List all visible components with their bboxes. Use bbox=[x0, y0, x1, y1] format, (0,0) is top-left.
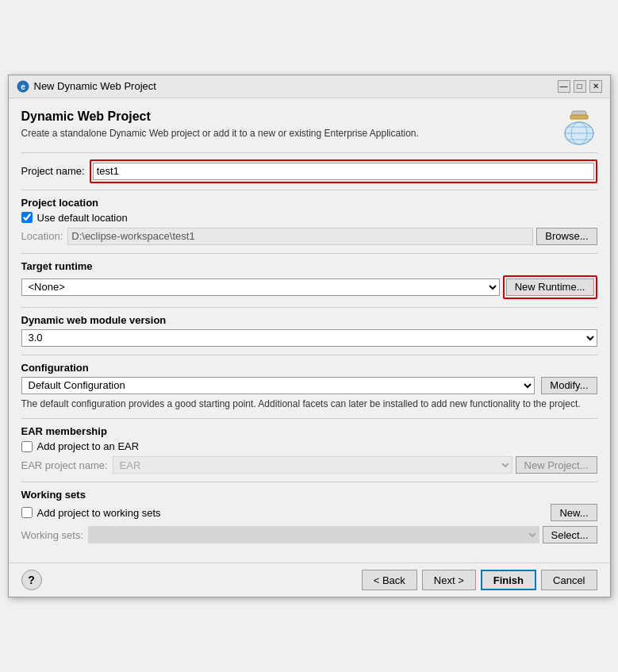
add-to-ear-checkbox[interactable] bbox=[21, 441, 33, 452]
project-name-highlight bbox=[90, 159, 597, 183]
finish-button[interactable]: Finish bbox=[481, 570, 536, 590]
dynamic-web-module-row: 3.0 bbox=[21, 329, 597, 347]
project-location-label: Project location bbox=[21, 197, 597, 209]
title-bar-left: e New Dynamic Web Project bbox=[17, 80, 156, 93]
close-button[interactable]: ✕ bbox=[589, 80, 602, 93]
section-separator-1 bbox=[21, 190, 597, 190]
project-name-row: Project name: bbox=[21, 159, 597, 183]
working-sets-row: Working sets: Select... bbox=[21, 526, 597, 543]
minimize-button[interactable]: — bbox=[558, 80, 570, 93]
select-working-set-button[interactable]: Select... bbox=[543, 526, 597, 543]
configuration-info: The default configuration provides a goo… bbox=[21, 397, 597, 411]
target-runtime-section: Target runtime <None> New Runtime... bbox=[21, 260, 597, 299]
new-project-button[interactable]: New Project... bbox=[516, 456, 597, 474]
section-separator-3 bbox=[21, 307, 597, 308]
dynamic-web-module-dropdown[interactable]: 3.0 bbox=[21, 329, 597, 347]
dynamic-web-module-section: Dynamic web module version 3.0 bbox=[21, 314, 597, 347]
working-sets-field-label: Working sets: bbox=[21, 529, 84, 541]
dialog-footer: ? < Back Next > Finish Cancel bbox=[9, 563, 610, 597]
configuration-section: Configuration Default Configuration Modi… bbox=[21, 362, 597, 411]
title-text: New Dynamic Web Project bbox=[34, 80, 156, 92]
add-to-working-sets-checkbox[interactable] bbox=[21, 507, 33, 518]
header-text: Dynamic Web Project Create a standalone … bbox=[21, 109, 561, 140]
ear-membership-section: EAR membership Add project to an EAR EAR… bbox=[21, 425, 597, 474]
header-title: Dynamic Web Project bbox=[21, 109, 561, 124]
use-default-location-label: Use default location bbox=[37, 212, 128, 224]
add-to-working-sets-row: Add project to working sets bbox=[21, 507, 161, 519]
target-runtime-label: Target runtime bbox=[21, 260, 597, 272]
help-button[interactable]: ? bbox=[21, 570, 42, 590]
section-separator-5 bbox=[21, 418, 597, 419]
maximize-button[interactable]: □ bbox=[574, 80, 586, 93]
project-name-input[interactable] bbox=[93, 163, 594, 180]
ear-project-label: EAR project name: bbox=[21, 459, 108, 471]
add-to-ear-label: Add project to an EAR bbox=[37, 440, 140, 452]
title-bar: e New Dynamic Web Project — □ ✕ bbox=[9, 75, 610, 98]
svg-rect-9 bbox=[570, 115, 588, 119]
use-default-location-row: Use default location bbox=[21, 212, 597, 224]
working-sets-header-row: Add project to working sets New... bbox=[21, 504, 597, 521]
ear-project-dropdown: EAR bbox=[113, 456, 512, 474]
header-section: Dynamic Web Project Create a standalone … bbox=[21, 109, 597, 146]
modify-button[interactable]: Modify... bbox=[541, 377, 597, 394]
dynamic-web-module-label: Dynamic web module version bbox=[21, 314, 597, 326]
title-controls: — □ ✕ bbox=[558, 80, 602, 93]
target-runtime-row: <None> New Runtime... bbox=[21, 275, 597, 299]
add-to-ear-row: Add project to an EAR bbox=[21, 440, 597, 452]
location-row: Location: Browse... bbox=[21, 228, 597, 245]
location-label: Location: bbox=[21, 230, 63, 242]
header-description: Create a standalone Dynamic Web project … bbox=[21, 127, 561, 140]
ear-membership-label: EAR membership bbox=[21, 425, 597, 437]
project-name-label: Project name: bbox=[21, 165, 85, 177]
next-button[interactable]: Next > bbox=[422, 570, 476, 590]
globe-icon bbox=[561, 109, 597, 146]
add-to-working-sets-label: Add project to working sets bbox=[37, 507, 161, 519]
new-runtime-highlight: New Runtime... bbox=[503, 275, 597, 299]
working-sets-dropdown bbox=[88, 526, 539, 543]
new-runtime-button[interactable]: New Runtime... bbox=[506, 278, 594, 296]
section-separator-2 bbox=[21, 253, 597, 254]
configuration-label: Configuration bbox=[21, 362, 597, 374]
new-working-set-button[interactable]: New... bbox=[551, 504, 597, 521]
target-runtime-dropdown[interactable]: <None> bbox=[21, 278, 500, 296]
section-separator-6 bbox=[21, 482, 597, 482]
svg-text:e: e bbox=[21, 83, 25, 91]
eclipse-icon: e bbox=[17, 80, 29, 93]
working-sets-section: Working sets Add project to working sets… bbox=[21, 489, 597, 543]
configuration-dropdown[interactable]: Default Configuration bbox=[21, 377, 535, 394]
browse-button[interactable]: Browse... bbox=[536, 228, 597, 245]
cancel-button[interactable]: Cancel bbox=[541, 570, 597, 590]
footer-buttons: < Back Next > Finish Cancel bbox=[362, 570, 597, 590]
dialog-window: e New Dynamic Web Project — □ ✕ Dynamic … bbox=[8, 75, 611, 598]
use-default-location-checkbox[interactable] bbox=[21, 212, 33, 223]
section-separator-4 bbox=[21, 355, 597, 355]
ear-project-row: EAR project name: EAR New Project... bbox=[21, 456, 597, 474]
project-location-section: Project location Use default location Lo… bbox=[21, 197, 597, 245]
header-separator bbox=[21, 152, 597, 153]
working-sets-label: Working sets bbox=[21, 489, 597, 501]
back-button[interactable]: < Back bbox=[362, 570, 417, 590]
location-input bbox=[67, 228, 533, 245]
dialog-body: Dynamic Web Project Create a standalone … bbox=[9, 98, 610, 563]
configuration-row: Default Configuration Modify... bbox=[21, 377, 597, 394]
